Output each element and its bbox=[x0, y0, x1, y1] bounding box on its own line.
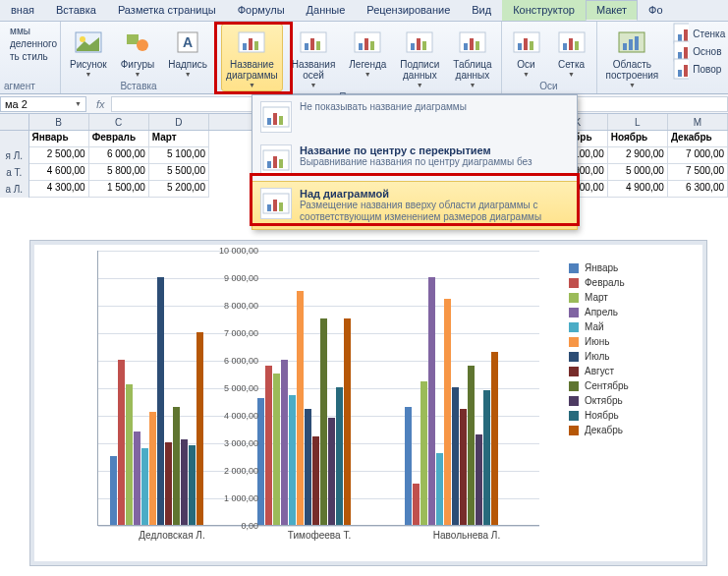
col-header[interactable]: B bbox=[29, 114, 89, 130]
row-label[interactable]: я Л. bbox=[0, 147, 29, 164]
bar[interactable] bbox=[273, 374, 280, 525]
bar[interactable] bbox=[336, 387, 343, 525]
bar[interactable] bbox=[141, 448, 148, 525]
header-cell[interactable]: Март bbox=[149, 131, 209, 147]
legend-item[interactable]: Сентябрь bbox=[569, 380, 697, 391]
data-cell[interactable]: 2 900,00 bbox=[608, 147, 668, 164]
data-cell[interactable]: 4 600,00 bbox=[29, 164, 89, 181]
small-btn[interactable]: Стенка bbox=[673, 26, 725, 41]
bar[interactable] bbox=[444, 299, 451, 525]
row-label[interactable]: а Т. bbox=[0, 164, 29, 181]
bar[interactable] bbox=[297, 291, 304, 525]
header-cell[interactable]: Ноябрь bbox=[608, 131, 668, 147]
bar[interactable] bbox=[257, 398, 264, 525]
bar[interactable] bbox=[157, 277, 164, 525]
legend-item[interactable]: Июль bbox=[569, 351, 697, 362]
bar[interactable] bbox=[312, 436, 319, 525]
embedded-chart[interactable]: Дедловская Л.Тимофеева Т.Навольнева Л. Я… bbox=[29, 240, 707, 566]
bar[interactable] bbox=[320, 318, 327, 525]
bar[interactable] bbox=[328, 418, 335, 525]
legend-item[interactable]: Февраль bbox=[569, 277, 697, 288]
small-btn[interactable]: Основ bbox=[673, 43, 725, 59]
data-cell[interactable]: 7 500,00 bbox=[668, 164, 728, 181]
data-cell[interactable]: 7 000,00 bbox=[668, 147, 728, 164]
bar[interactable] bbox=[460, 409, 467, 525]
data-cell[interactable]: 6 300,00 bbox=[668, 181, 728, 198]
bar[interactable] bbox=[181, 439, 188, 525]
bar[interactable] bbox=[452, 387, 459, 525]
data-cell[interactable]: 5 000,00 bbox=[608, 164, 668, 181]
small-btn[interactable]: Повор bbox=[673, 61, 725, 77]
data-cell[interactable]: 4 900,00 bbox=[608, 181, 668, 198]
bar[interactable] bbox=[491, 352, 498, 525]
ribbon-tab-0[interactable]: вная bbox=[0, 0, 45, 21]
axes-btn-1[interactable]: Сетка▼ bbox=[551, 24, 592, 81]
plot-area-button[interactable]: Область построения ▼ bbox=[601, 24, 664, 91]
labels-btn-0[interactable]: Название диаграммы▼ bbox=[221, 24, 283, 91]
labels-btn-2[interactable]: Легенда▼ bbox=[344, 24, 391, 81]
data-cell[interactable]: 5 200,00 bbox=[149, 181, 209, 198]
insert-рисунок[interactable]: Рисунок▼ bbox=[65, 24, 112, 81]
bar[interactable] bbox=[165, 442, 172, 525]
header-cell[interactable]: Февраль bbox=[89, 131, 149, 147]
labels-btn-1[interactable]: Названия осей▼ bbox=[287, 24, 341, 91]
dropdown-item-2[interactable]: Над диаграммойРазмещение названия вверху… bbox=[252, 181, 578, 230]
bar[interactable] bbox=[468, 366, 475, 525]
fx-icon[interactable]: fx bbox=[90, 98, 111, 110]
col-header[interactable]: M bbox=[668, 114, 728, 130]
ribbon-tab-3[interactable]: Формулы bbox=[227, 0, 296, 21]
header-cell[interactable]: Декабрь bbox=[668, 131, 728, 147]
bar[interactable] bbox=[483, 390, 490, 525]
bar[interactable] bbox=[149, 412, 156, 525]
bar[interactable] bbox=[476, 434, 482, 525]
axes-btn-0[interactable]: Оси▼ bbox=[506, 24, 547, 81]
bar[interactable] bbox=[428, 277, 435, 525]
ribbon-tab-7[interactable]: Конструктор bbox=[502, 0, 586, 21]
bar[interactable] bbox=[281, 360, 288, 525]
ribbon-tab-4[interactable]: Данные bbox=[296, 0, 357, 21]
bar[interactable] bbox=[126, 384, 133, 525]
bar[interactable] bbox=[265, 366, 272, 525]
name-box[interactable]: ма 2▼ bbox=[0, 96, 86, 112]
left-item[interactable]: ммы bbox=[10, 26, 57, 36]
labels-btn-4[interactable]: Таблица данных▼ bbox=[448, 24, 496, 91]
bar[interactable] bbox=[436, 453, 443, 525]
bar[interactable] bbox=[289, 395, 296, 525]
insert-надпись[interactable]: AНадпись▼ bbox=[163, 24, 212, 81]
legend-item[interactable]: Июнь bbox=[569, 336, 697, 347]
legend-item[interactable]: Октябрь bbox=[569, 395, 697, 406]
dropdown-item-0[interactable]: Не показывать название диаграммы bbox=[252, 95, 577, 139]
ribbon-tab-2[interactable]: Разметка страницы bbox=[107, 0, 227, 21]
legend-item[interactable]: Май bbox=[569, 321, 697, 332]
bar[interactable] bbox=[110, 456, 117, 525]
bar[interactable] bbox=[405, 407, 412, 525]
ribbon-tab-9[interactable]: Фо bbox=[638, 0, 673, 21]
dropdown-item-1[interactable]: Название по центру с перекрытиемВыравнив… bbox=[252, 139, 577, 182]
ribbon-tab-6[interactable]: Вид bbox=[461, 0, 502, 21]
labels-btn-3[interactable]: Подписи данных▼ bbox=[395, 24, 444, 91]
bar[interactable] bbox=[413, 484, 420, 525]
left-item[interactable]: деленного bbox=[10, 38, 57, 49]
bar[interactable] bbox=[118, 360, 125, 525]
legend-item[interactable]: Март bbox=[569, 292, 697, 303]
legend-item[interactable]: Ноябрь bbox=[569, 410, 697, 421]
bar[interactable] bbox=[189, 445, 196, 525]
header-cell[interactable]: Январь bbox=[29, 131, 89, 147]
col-header[interactable]: D bbox=[149, 114, 209, 130]
bar[interactable] bbox=[305, 409, 311, 525]
bar[interactable] bbox=[344, 318, 351, 525]
row-header[interactable] bbox=[0, 131, 29, 147]
ribbon-tab-8[interactable]: Макет bbox=[586, 0, 638, 21]
col-header[interactable]: C bbox=[89, 114, 149, 130]
ribbon-tab-1[interactable]: Вставка bbox=[45, 0, 107, 21]
ribbon-tab-5[interactable]: Рецензирование bbox=[356, 0, 461, 21]
row-label[interactable]: а Л. bbox=[0, 181, 29, 198]
data-cell[interactable]: 2 500,00 bbox=[29, 147, 89, 164]
data-cell[interactable]: 4 300,00 bbox=[29, 181, 89, 198]
legend-item[interactable]: Декабрь bbox=[569, 425, 697, 435]
col-header[interactable]: L bbox=[608, 114, 668, 130]
data-cell[interactable]: 6 000,00 bbox=[89, 147, 149, 164]
insert-фигуры[interactable]: Фигуры▼ bbox=[116, 24, 159, 81]
data-cell[interactable]: 1 500,00 bbox=[89, 181, 149, 198]
data-cell[interactable]: 5 500,00 bbox=[149, 164, 209, 181]
